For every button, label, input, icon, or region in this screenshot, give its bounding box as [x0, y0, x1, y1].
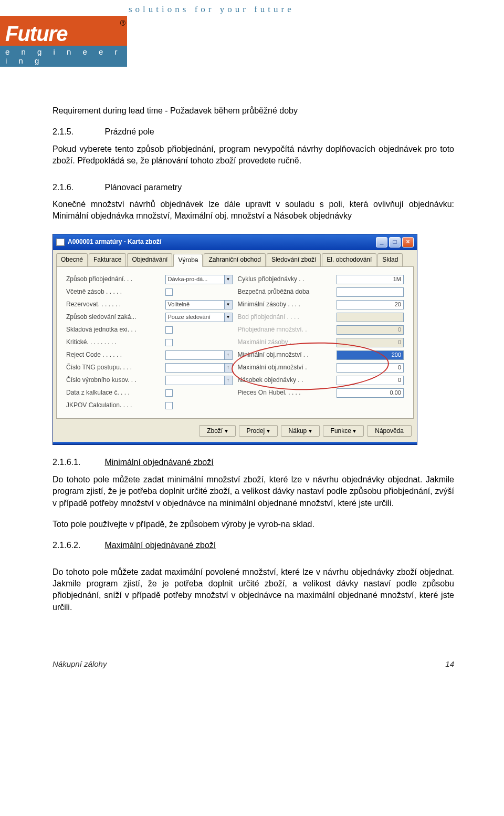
- tab-vyroba[interactable]: Výroba: [173, 254, 203, 267]
- tng-lookup[interactable]: ↑: [165, 363, 233, 373]
- jednotka-checkbox[interactable]: [165, 326, 173, 334]
- reject-lookup[interactable]: ↑: [165, 350, 233, 360]
- pieces-input[interactable]: 0,00: [337, 388, 404, 398]
- page-footer: Nákupní zálohy 14: [0, 638, 504, 684]
- vcetne-checkbox[interactable]: [165, 288, 173, 296]
- app-window: A000001 armatúry - Karta zboží _ □ × Obe…: [52, 234, 417, 446]
- pieces-label: Pieces On Hubel. . . . .: [238, 388, 337, 397]
- tab-objednavani[interactable]: Objednávání: [127, 253, 172, 266]
- section-2161-text1: Do tohoto pole můžete zadat minimální mn…: [52, 474, 454, 509]
- reject-label: Reject Code . . . . . .: [66, 350, 165, 359]
- jkpov-checkbox[interactable]: [165, 402, 173, 409]
- kriticke-label: Kritické. . . . . . . . .: [66, 338, 165, 347]
- minzas-input[interactable]: 20: [337, 300, 404, 309]
- form-left-column: Způsob přiobjednání. . . Dávka-pro-dá...…: [66, 273, 233, 412]
- logo-name: Future ®: [0, 20, 127, 46]
- vcetne-label: Včetně zásob . . . . .: [66, 287, 165, 296]
- section-2161-text2: Toto pole používejte v případě, že způso…: [52, 519, 454, 530]
- tab-zahranicni[interactable]: Zahraniční obchod: [204, 253, 265, 266]
- minimize-button[interactable]: _: [376, 237, 387, 247]
- footer-page-number: 14: [445, 659, 454, 668]
- maxzas-input: 0: [337, 338, 404, 347]
- tab-bar: Obecné Fakturace Objednávání Výroba Zahr…: [53, 250, 417, 266]
- tab-fakturace[interactable]: Fakturace: [89, 253, 126, 266]
- vyrob-lookup[interactable]: ↑: [165, 376, 233, 385]
- bezpecna-label: Bezpečná průběžná doba: [238, 287, 337, 296]
- window-button-bar: Zboží ▾ Prodej ▾ Nákup ▾ Funkce ▾ Nápově…: [53, 422, 417, 442]
- cyklus-label: Cyklus přiobjednávky . .: [238, 275, 337, 284]
- minobj-label: Minimální obj.množství . .: [238, 350, 337, 359]
- section-215-heading: 2.1.5. Prázdné pole: [52, 126, 454, 138]
- priobj-dropdown[interactable]: Dávka-pro-dá...▼: [165, 275, 233, 284]
- maxobj-label: Maximální obj.množství .: [238, 363, 337, 372]
- intro-line: Requirement during lead time - Požadavek…: [52, 105, 454, 117]
- window-title: A000001 armatúry - Karta zboží: [68, 237, 161, 246]
- bezpecna-input[interactable]: [337, 287, 404, 297]
- nasobek-label: Násobek objednávky . .: [238, 376, 337, 385]
- nasobek-input[interactable]: 0: [337, 376, 404, 385]
- footer-left: Nákupní zálohy: [52, 659, 107, 668]
- prodej-button[interactable]: Prodej ▾: [239, 425, 278, 437]
- tab-sledovani[interactable]: Sledování zboží: [267, 253, 321, 266]
- maximize-button[interactable]: □: [389, 237, 401, 247]
- kriticke-checkbox[interactable]: [165, 339, 173, 346]
- sledovani-label: Způsob sledování zaká...: [66, 313, 165, 322]
- priobjmn-label: Přiobjednané množství. .: [238, 325, 337, 334]
- chevron-down-icon: ▼: [224, 275, 232, 284]
- form-panel: Způsob přiobjednání. . . Dávka-pro-dá...…: [56, 266, 414, 419]
- section-216-text: Konečné množství návrhů objednávek lze d…: [52, 199, 454, 222]
- nakup-button[interactable]: Nákup ▾: [281, 425, 320, 437]
- section-2162-heading: 2.1.6.2. Maximální objednávané zboží: [52, 540, 454, 551]
- lookup-icon: ↑: [224, 364, 232, 372]
- close-button[interactable]: ×: [402, 237, 414, 247]
- tagline: solutions for your future: [129, 4, 295, 15]
- logo: Future ® e n g i n e e r i n g: [0, 16, 127, 67]
- kalk-label: Data z kalkulace č. . . .: [66, 388, 165, 397]
- maxzas-label: Maximální zásoby . . . .: [238, 338, 337, 347]
- maxobj-input[interactable]: 0: [337, 363, 404, 373]
- tab-eobchod[interactable]: El. obchodování: [322, 253, 376, 266]
- chevron-down-icon: ▼: [224, 301, 232, 309]
- funkce-button[interactable]: Funkce ▾: [323, 425, 364, 437]
- tab-sklad[interactable]: Sklad: [377, 253, 403, 266]
- window-titlebar: A000001 armatúry - Karta zboží _ □ ×: [53, 234, 417, 250]
- priobj-label: Způsob přiobjednání. . .: [66, 275, 165, 284]
- minzas-label: Minimální zásoby . . . .: [238, 300, 337, 309]
- section-216-heading: 2.1.6. Plánovací parametry: [52, 182, 454, 193]
- page-header: solutions for your future Future ® e n g…: [0, 0, 504, 84]
- napoveda-button[interactable]: Nápověda: [367, 425, 412, 437]
- minobj-input[interactable]: 200: [337, 350, 404, 360]
- kalk-checkbox[interactable]: [165, 389, 173, 397]
- form-right-column: Cyklus přiobjednávky . . 1M Bezpečná prů…: [238, 273, 404, 412]
- bod-input: [337, 313, 404, 322]
- section-215-text: Pokud vyberete tento způsob přiobjednání…: [52, 143, 454, 167]
- lookup-icon: ↑: [224, 376, 232, 385]
- rezervovat-dropdown[interactable]: Volitelně▼: [165, 300, 233, 309]
- tab-obecne[interactable]: Obecné: [56, 253, 88, 266]
- priobjmn-input: 0: [337, 325, 404, 335]
- tng-label: Číslo TNG postupu. . . .: [66, 363, 165, 372]
- cyklus-input[interactable]: 1M: [337, 275, 404, 284]
- jednotka-label: Skladová jednotka exi. . .: [66, 325, 165, 334]
- bod-label: Bod přiobjednání . . . .: [238, 313, 337, 322]
- logo-subtitle: e n g i n e e r i n g: [0, 46, 127, 67]
- jkpov-label: JKPOV Calculation. . . .: [66, 401, 165, 410]
- vyrob-label: Číslo výrobního kusov. . .: [66, 376, 165, 385]
- zbozi-button[interactable]: Zboží ▾: [199, 425, 235, 437]
- section-2161-heading: 2.1.6.1. Minimální objednávané zboží: [52, 457, 454, 468]
- lookup-icon: ↑: [224, 351, 232, 359]
- sledovani-dropdown[interactable]: Pouze sledování▼: [165, 313, 233, 322]
- chevron-down-icon: ▼: [224, 313, 232, 322]
- registered-icon: ®: [120, 19, 125, 27]
- window-icon: [56, 239, 65, 246]
- document-content: Requirement during lead time - Požadavek…: [0, 84, 504, 638]
- rezervovat-label: Rezervovat. . . . . . .: [66, 300, 165, 309]
- section-2162-text: Do tohoto pole můžete zadat maximální po…: [52, 566, 454, 614]
